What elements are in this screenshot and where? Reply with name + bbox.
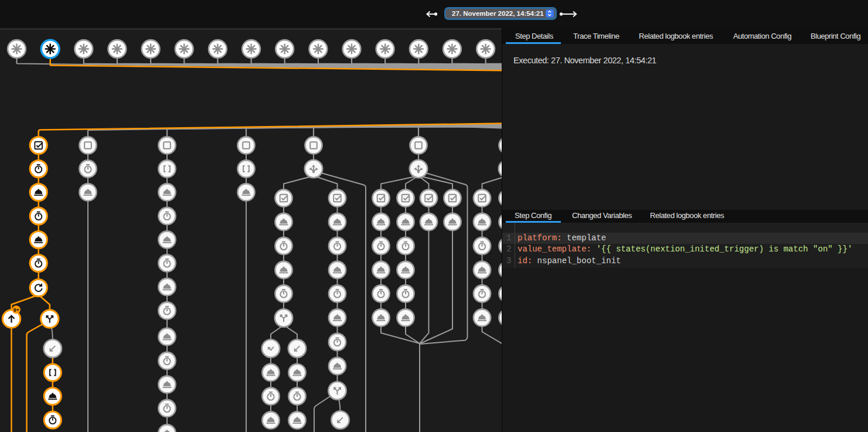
svg-text:9+: 9+: [13, 307, 19, 313]
